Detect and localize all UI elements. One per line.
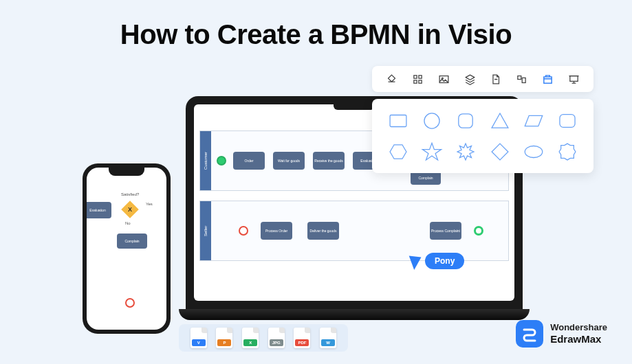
swimlane-seller: Seller Process Order Deliver the goods P… bbox=[199, 201, 509, 261]
message-event-icon bbox=[239, 226, 248, 236]
shape-seal[interactable] bbox=[553, 138, 582, 165]
shape-toolbar bbox=[372, 66, 593, 92]
shape-star[interactable] bbox=[417, 138, 446, 165]
svg-rect-2 bbox=[414, 80, 417, 82]
task-box: Evaluation bbox=[87, 202, 111, 218]
task-box: Complain bbox=[117, 234, 147, 249]
file-visio-icon[interactable]: V bbox=[190, 328, 207, 348]
svg-rect-3 bbox=[419, 80, 422, 82]
file-excel-icon[interactable]: X bbox=[242, 328, 259, 348]
task-box: Receive the goods bbox=[313, 152, 345, 170]
end-event-icon bbox=[474, 226, 483, 236]
shape-ellipse[interactable] bbox=[519, 138, 548, 165]
gateway-no: No bbox=[125, 221, 131, 225]
svg-rect-12 bbox=[459, 113, 472, 127]
svg-rect-13 bbox=[560, 114, 575, 127]
gateway-yes: Yes bbox=[146, 202, 153, 206]
cursor-icon bbox=[409, 252, 425, 270]
file-pdf-icon[interactable]: PDF bbox=[294, 328, 310, 348]
phone-mockup: Evaluation Satisfied? X Yes No Complain bbox=[83, 163, 171, 334]
svg-rect-0 bbox=[414, 75, 417, 78]
container-icon[interactable] bbox=[542, 73, 554, 85]
align-icon[interactable] bbox=[516, 73, 527, 85]
edrawmax-logo-icon bbox=[516, 320, 543, 348]
brand-line1: Wondershare bbox=[550, 323, 607, 333]
presentation-icon[interactable] bbox=[568, 73, 580, 85]
message-event-icon bbox=[125, 298, 135, 308]
file-word-icon[interactable]: W bbox=[320, 328, 336, 348]
export-format-bar: V P X JPG PDF W bbox=[179, 324, 348, 352]
grid-icon[interactable] bbox=[412, 73, 424, 85]
page-title: How to Create a BPMN in Visio bbox=[0, 19, 632, 50]
shape-hexagon[interactable] bbox=[383, 138, 413, 165]
gateway-label: Satisfied? bbox=[121, 192, 139, 196]
task-box: Process Order bbox=[261, 222, 292, 240]
shape-rectangle[interactable] bbox=[383, 107, 413, 134]
gateway-icon: X bbox=[121, 201, 138, 218]
file-jpg-icon[interactable]: JPG bbox=[268, 328, 285, 348]
lane-label: Customer bbox=[200, 131, 211, 190]
shape-triangle[interactable] bbox=[485, 107, 514, 134]
task-box: Wait for goods bbox=[273, 152, 305, 170]
image-icon[interactable] bbox=[438, 73, 450, 85]
task-box: Deliver the goods bbox=[307, 222, 339, 240]
shape-circle[interactable] bbox=[417, 107, 446, 134]
svg-rect-1 bbox=[419, 75, 422, 78]
svg-rect-10 bbox=[390, 115, 406, 126]
fill-icon[interactable] bbox=[386, 73, 397, 85]
svg-point-11 bbox=[424, 113, 439, 128]
file-ppt-icon[interactable]: P bbox=[216, 328, 232, 348]
svg-point-14 bbox=[525, 146, 543, 157]
start-event-icon bbox=[217, 156, 226, 166]
svg-rect-7 bbox=[522, 78, 525, 82]
task-box: Complain bbox=[411, 171, 441, 185]
svg-rect-9 bbox=[569, 76, 577, 81]
brand-line2: EdrawMax bbox=[550, 333, 607, 345]
lane-label: Seller bbox=[200, 201, 211, 260]
shape-rounded-square[interactable] bbox=[451, 107, 481, 134]
shape-diamond[interactable] bbox=[485, 138, 514, 165]
task-box: Order bbox=[233, 152, 265, 170]
brand-logo-block: Wondershare EdrawMax bbox=[516, 320, 607, 348]
collab-cursor: Pony bbox=[411, 253, 464, 269]
page-icon[interactable] bbox=[490, 73, 501, 85]
task-box: Process Complaint bbox=[430, 222, 461, 240]
shape-burst[interactable] bbox=[451, 138, 481, 165]
svg-rect-6 bbox=[518, 76, 521, 79]
shape-rounded-rect[interactable] bbox=[553, 107, 582, 134]
shape-parallelogram[interactable] bbox=[519, 107, 548, 134]
svg-rect-8 bbox=[544, 76, 552, 82]
shapes-panel bbox=[372, 99, 593, 173]
layers-icon[interactable] bbox=[464, 73, 476, 85]
cursor-user-badge: Pony bbox=[425, 253, 464, 269]
